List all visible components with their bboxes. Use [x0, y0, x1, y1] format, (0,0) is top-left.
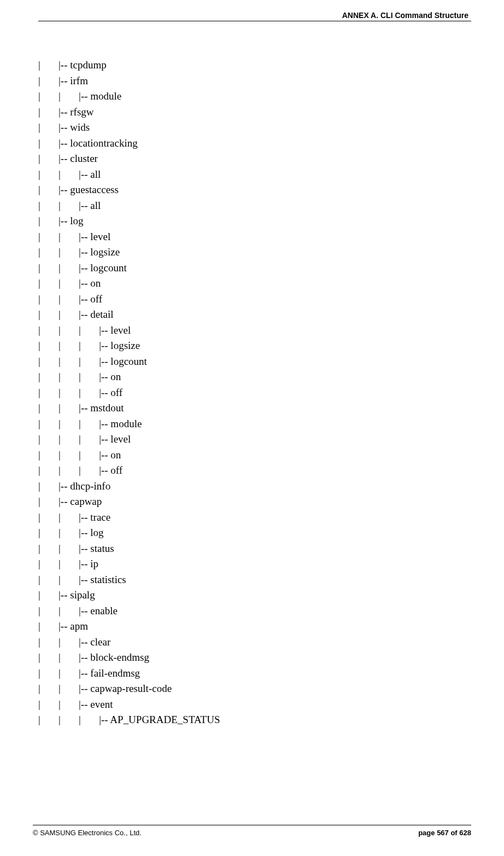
header-title: ANNEX A. CLI Command Structure	[342, 11, 468, 20]
tree-line: | | |-- clear	[38, 634, 471, 650]
tree-line: | | |-- trace	[38, 510, 471, 526]
tree-line: | |-- locationtracking	[38, 136, 471, 152]
tree-line: | | |-- on	[38, 276, 471, 292]
page-footer: © SAMSUNG Electronics Co., Ltd. page 567…	[33, 825, 471, 837]
tree-line: | | | |-- off	[38, 385, 471, 401]
tree-line: | | |-- event	[38, 697, 471, 713]
tree-line: | | |-- logcount	[38, 260, 471, 276]
tree-line: | | |-- block-endmsg	[38, 650, 471, 666]
tree-line: | | | |-- on	[38, 447, 471, 463]
tree-line: | |-- guestaccess	[38, 182, 471, 198]
tree-line: | | |-- enable	[38, 603, 471, 619]
tree-line: | | |-- capwap-result-code	[38, 681, 471, 697]
footer-rule	[33, 825, 471, 825]
tree-line: | | |-- status	[38, 541, 471, 557]
tree-line: | |-- irfm	[38, 73, 471, 89]
tree-line: | |-- capwap	[38, 494, 471, 510]
tree-line: | | |-- module	[38, 89, 471, 104]
tree-line: | | |-- detail	[38, 307, 471, 323]
tree-line: | | | |-- off	[38, 463, 471, 479]
tree-line: | |-- log	[38, 213, 471, 229]
tree-line: | | |-- fail-endmsg	[38, 666, 471, 682]
page-header: ANNEX A. CLI Command Structure	[38, 11, 471, 20]
tree-line: | |-- wids	[38, 120, 471, 136]
tree-line: | | |-- mstdout	[38, 400, 471, 416]
tree-line: | | | |-- AP_UPGRADE_STATUS	[38, 712, 471, 728]
tree-line: | | | |-- logcount	[38, 354, 471, 370]
tree-line: | | | |-- on	[38, 369, 471, 385]
tree-line: | | | |-- logsize	[38, 338, 471, 354]
tree-line: | | |-- statistics	[38, 572, 471, 588]
tree-line: | |-- dhcp-info	[38, 479, 471, 494]
page-number: page 567 of 628	[418, 829, 471, 837]
tree-line: | | |-- all	[38, 167, 471, 183]
tree-line: | | | |-- module	[38, 416, 471, 432]
tree-line: | | |-- log	[38, 525, 471, 541]
header-rule	[38, 21, 471, 21]
tree-line: | | |-- level	[38, 229, 471, 245]
tree-line: | | | |-- level	[38, 432, 471, 447]
tree-line: | | |-- off	[38, 292, 471, 307]
tree-line: | | |-- all	[38, 198, 471, 214]
tree-line: | |-- apm	[38, 619, 471, 634]
tree-line: | | |-- logsize	[38, 244, 471, 260]
tree-line: | |-- sipalg	[38, 587, 471, 603]
tree-line: | | | |-- level	[38, 323, 471, 339]
tree-line: | |-- cluster	[38, 151, 471, 167]
copyright-text: © SAMSUNG Electronics Co., Ltd.	[33, 829, 142, 837]
tree-line: | | |-- ip	[38, 556, 471, 572]
tree-line: | |-- tcpdump	[38, 57, 471, 73]
cli-tree: | |-- tcpdump| |-- irfm| | |-- module| |…	[38, 57, 471, 728]
tree-line: | |-- rfsgw	[38, 104, 471, 120]
